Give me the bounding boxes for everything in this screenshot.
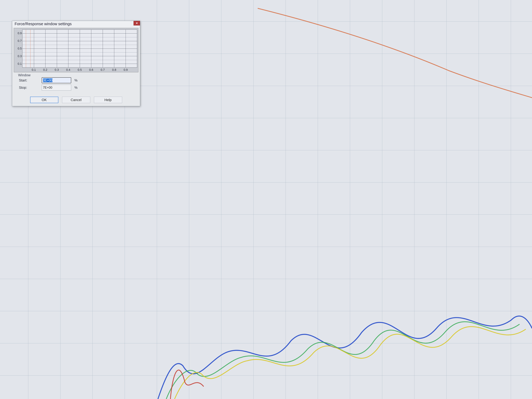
x-tick-label: 0.2 [43,68,47,72]
start-input[interactable] [42,77,71,83]
x-tick-label: 0.6 [89,68,93,72]
start-label: Start: [19,78,42,82]
force-response-settings-dialog: Force/Response window settings ✕ 0.10.30… [12,21,140,106]
preview-chart: 0.10.30.50.70.90.10.20.30.40.50.60.70.80… [14,28,138,72]
y-tick-label: 0.1 [16,62,22,66]
dialog-title: Force/Response window settings [15,22,72,26]
close-icon: ✕ [136,22,138,25]
y-tick-label: 0.7 [16,39,22,43]
y-tick-label: 0.5 [16,47,22,50]
ok-button[interactable]: OK [30,97,58,103]
dialog-buttons: OK Cancel Help [12,95,140,106]
x-tick-label: 0.4 [66,68,70,72]
x-tick-label: 0.3 [55,68,59,72]
titlebar[interactable]: Force/Response window settings ✕ [12,21,140,27]
stop-row: Stop: % [19,85,135,90]
x-tick-label: 0.9 [124,68,128,72]
x-tick-label: 0.8 [112,68,116,72]
stop-label: Stop: [19,86,42,90]
help-button[interactable]: Help [94,97,122,103]
x-tick-label: 0.7 [101,68,105,72]
x-tick-label: 0.1 [32,68,36,72]
x-tick-label: 0.5 [78,68,82,72]
chart-plot-area[interactable] [22,30,137,68]
stop-unit: % [74,86,77,90]
cancel-button[interactable]: Cancel [62,97,90,103]
start-row: Start: % [19,77,135,83]
window-group-label: Window [17,73,31,77]
close-button[interactable]: ✕ [133,21,140,25]
y-tick-label: 0.3 [16,54,22,58]
y-tick-label: 0.9 [16,32,22,35]
window-group: Window Start: % Stop: % [17,74,137,94]
start-unit: % [74,78,77,82]
stop-input[interactable] [42,85,71,90]
